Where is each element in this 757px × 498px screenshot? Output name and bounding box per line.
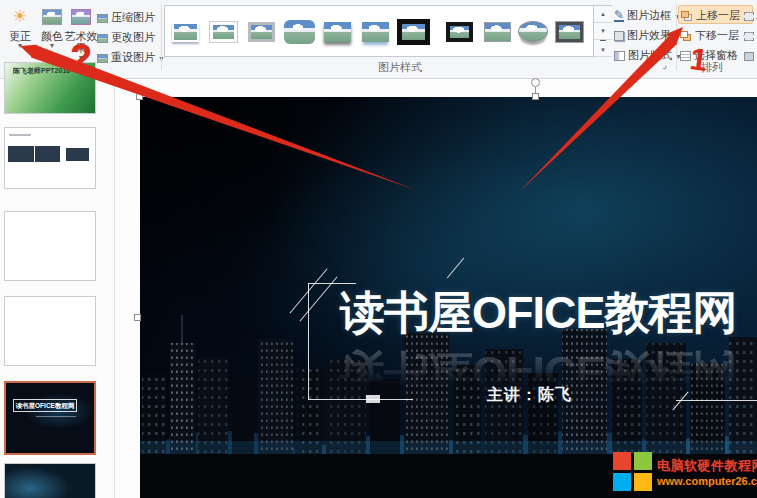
- group-separator: [161, 4, 162, 70]
- send-backward-label: 下移一层: [695, 29, 739, 41]
- chevron-down-icon: ▼: [4, 42, 36, 50]
- picture-style-option-1[interactable]: [168, 10, 202, 53]
- change-picture-icon: [97, 34, 108, 43]
- slide-thumbnail-5-selected[interactable]: 读书屋OFICE教程网: [4, 381, 96, 455]
- picture-style-option-8[interactable]: [442, 10, 476, 53]
- style-thumbnail: [446, 22, 473, 42]
- slide-thumbnail-6[interactable]: [4, 463, 96, 498]
- compress-pictures-button[interactable]: 压缩图片: [97, 8, 159, 26]
- slide-subtitle[interactable]: 主讲：陈飞: [487, 385, 572, 406]
- effects-icon: [614, 31, 624, 41]
- rotate-button-partial[interactable]: [744, 46, 756, 65]
- thumbnail-photo: [66, 148, 89, 161]
- watermark: 电脑软硬件教程网 www.computer26.com: [613, 452, 757, 492]
- picture-layout-label: 图片版式: [628, 49, 672, 61]
- picture-style-option-11[interactable]: [552, 10, 586, 53]
- bring-forward-button[interactable]: 上移一层▼: [678, 5, 753, 24]
- picture-style-option-6[interactable]: [358, 10, 392, 53]
- gallery-scroll-strip: ▲ ▼ ▼: [593, 6, 611, 56]
- picture-style-option-7[interactable]: [396, 10, 430, 53]
- style-thumbnail: [248, 22, 275, 42]
- window-logo-icon: [613, 452, 653, 492]
- align-icon: [744, 12, 754, 21]
- align-button-partial[interactable]: 对: [744, 6, 757, 25]
- slide-thumbnail-3[interactable]: [4, 211, 96, 281]
- picture-style-option-10[interactable]: [516, 10, 550, 53]
- rotate-icon: [744, 52, 754, 61]
- picture-styles-gallery: ▲ ▼ ▼: [164, 5, 612, 57]
- watermark-site-url: www.computer26.com: [657, 475, 757, 487]
- thumbnail-5-title: 读书屋OFICE教程网: [13, 399, 77, 412]
- style-thumbnail: [210, 22, 237, 42]
- slide-thumbnail-pane: 陈飞老师PPT2016 读书屋OFICE教程网: [0, 80, 114, 498]
- style-thumbnail: [324, 22, 351, 42]
- reset-picture-button[interactable]: 重设图片 ▼: [97, 48, 159, 66]
- rotation-handle[interactable]: [531, 78, 540, 87]
- style-thumbnail: [284, 20, 315, 44]
- group-objects-icon: [744, 32, 754, 41]
- corrections-label: 更正: [4, 30, 36, 42]
- bring-forward-icon: [681, 11, 693, 22]
- change-picture-button[interactable]: 更改图片: [97, 28, 159, 46]
- slide-thumbnail-1[interactable]: 陈飞老师PPT2016: [4, 62, 96, 114]
- ribbon-picture-format-tab: ☀ 更正 ▼ 颜色 ▼ 艺术效果 ▼ 压缩图片 更改图片 重设图片 ▼: [0, 0, 757, 79]
- thumbnail-photo: [35, 146, 60, 162]
- style-thumbnail: [397, 19, 430, 45]
- powerpoint-window: ☀ 更正 ▼ 颜色 ▼ 艺术效果 ▼ 压缩图片 更改图片 重设图片 ▼: [0, 0, 757, 498]
- picture-styles-group-label: 图片样式: [340, 60, 460, 75]
- pen-icon: ✎: [614, 10, 624, 22]
- resize-handle-top-left[interactable]: [136, 93, 143, 100]
- reset-picture-label: 重设图片: [111, 51, 155, 63]
- style-thumbnail: [172, 22, 199, 42]
- style-thumbnail: [556, 22, 583, 42]
- compress-pictures-label: 压缩图片: [111, 11, 155, 23]
- picture-style-option-4[interactable]: [282, 10, 316, 53]
- watermark-site-name: 电脑软硬件教程网: [657, 457, 757, 475]
- compress-picture-icon: [97, 14, 108, 23]
- style-thumbnail: [518, 21, 548, 42]
- gallery-scroll-up-button[interactable]: ▲: [594, 6, 612, 23]
- send-backward-button[interactable]: 下移一层▼: [680, 26, 749, 45]
- slide-thumbnail-2[interactable]: [4, 127, 96, 189]
- resize-handle-top-center[interactable]: [532, 93, 539, 100]
- deco-frame-left-line: [308, 283, 309, 400]
- slide-thumbnail-4[interactable]: [4, 296, 96, 366]
- picture-style-option-3[interactable]: [244, 10, 278, 53]
- picture-style-option-2[interactable]: [206, 10, 240, 53]
- thumbnail-5-subtitle-line: [36, 416, 76, 419]
- picture-border-button[interactable]: ✎图片边框▼: [614, 6, 681, 25]
- picture-effects-button[interactable]: 图片效果▼: [614, 26, 681, 45]
- picture-layout-button[interactable]: 图片版式▼: [614, 46, 682, 65]
- style-thumbnail: [484, 22, 511, 42]
- corrections-button[interactable]: ☀ 更正 ▼: [4, 4, 36, 66]
- picture-effects-label: 图片效果: [627, 29, 671, 41]
- artistic-effects-button[interactable]: 艺术效果 ▼: [62, 4, 100, 66]
- city-night-picture[interactable]: 读书屋OFICE教程网 读书屋OFICE教程网 主讲：陈飞 电脑软硬件教程网 w…: [140, 97, 757, 498]
- artistic-effects-icon: [62, 4, 100, 30]
- deco-slash: [447, 258, 464, 279]
- gallery-more-button[interactable]: ▼: [594, 40, 612, 57]
- gallery-scroll-down-button[interactable]: ▼: [594, 23, 612, 40]
- picture-style-option-9[interactable]: [480, 10, 514, 53]
- picture-border-label: 图片边框: [627, 9, 671, 21]
- thumbnail-1-title: 陈飞老师PPT2016: [5, 63, 95, 76]
- style-thumbnail: [362, 22, 389, 42]
- slide-title[interactable]: 读书屋OFICE教程网: [340, 283, 757, 343]
- group-separator: [676, 4, 677, 70]
- arrange-group-label: 排列: [688, 60, 736, 75]
- change-picture-label: 更改图片: [111, 31, 155, 43]
- picture-style-option-5[interactable]: [320, 10, 354, 53]
- artistic-effects-label: 艺术效果: [62, 30, 100, 54]
- sun-corrections-icon: ☀: [4, 4, 36, 30]
- layout-icon: [614, 51, 625, 61]
- thumbnail-text-placeholder: [9, 134, 31, 136]
- bring-forward-label: 上移一层: [696, 9, 740, 21]
- chevron-down-icon: ▼: [62, 54, 100, 62]
- resize-handle-left-middle[interactable]: [134, 314, 141, 321]
- group-button-partial[interactable]: [744, 26, 756, 45]
- thumbnail-photo: [8, 146, 34, 162]
- reset-picture-icon: [97, 54, 108, 63]
- send-backward-icon: [680, 31, 692, 42]
